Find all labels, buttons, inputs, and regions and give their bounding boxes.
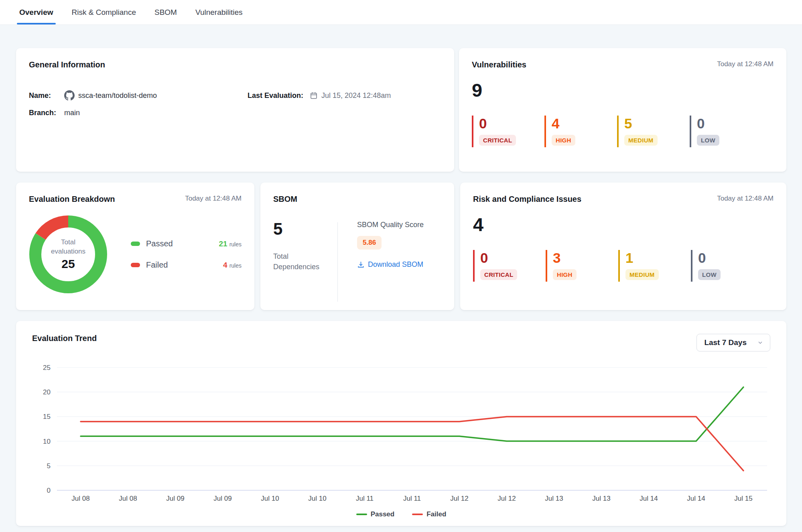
svg-text:Jul 14: Jul 14 bbox=[687, 495, 705, 502]
vulnerabilities-card: Vulnerabilities Today at 12:48 AM 9 0 CR… bbox=[459, 48, 786, 172]
severity-count: 5 bbox=[624, 116, 690, 130]
svg-text:5: 5 bbox=[47, 462, 51, 470]
svg-text:20: 20 bbox=[43, 388, 51, 396]
trend-legend: Passed Failed bbox=[32, 510, 770, 518]
severity-count: 3 bbox=[553, 251, 618, 265]
donut-center-label: Total evaluations bbox=[51, 238, 85, 256]
github-icon bbox=[64, 90, 75, 101]
svg-text:25: 25 bbox=[43, 364, 51, 372]
branch-label: Branch: bbox=[29, 109, 64, 117]
download-icon bbox=[357, 261, 365, 268]
svg-text:Jul 13: Jul 13 bbox=[545, 495, 563, 502]
severity-low: 0 LOW bbox=[690, 116, 762, 147]
svg-text:Jul 11: Jul 11 bbox=[403, 495, 421, 502]
severity-badge: MEDIUM bbox=[624, 135, 658, 146]
timestamp: Today at 12:48 AM bbox=[185, 195, 242, 203]
last-evaluation-row: Last Evaluation: Jul 15, 2024 12:48am bbox=[248, 90, 441, 101]
failed-line-icon bbox=[412, 514, 423, 515]
svg-text:Jul 08: Jul 08 bbox=[119, 495, 137, 502]
svg-text:Jul 10: Jul 10 bbox=[261, 495, 279, 502]
legend-label: Failed bbox=[146, 260, 168, 270]
legend-item-passed[interactable]: Passed bbox=[356, 510, 395, 518]
severity-critical: 0 CRITICAL bbox=[472, 116, 544, 147]
repo-name-value: ssca-team/todolist-demo bbox=[78, 91, 157, 100]
evaluation-breakdown-card: Evaluation Breakdown Today at 12:48 AM T… bbox=[16, 183, 254, 310]
card-title: Risk and Compliance Issues bbox=[473, 195, 581, 204]
severity-badge: LOW bbox=[698, 269, 721, 280]
evaluations-donut-chart: Total evaluations 25 bbox=[29, 215, 108, 294]
severity-count: 0 bbox=[480, 251, 546, 265]
severity-badge: HIGH bbox=[552, 135, 575, 146]
card-title: SBOM bbox=[273, 195, 441, 204]
failed-pill-icon bbox=[131, 263, 140, 267]
severity-count: 1 bbox=[625, 251, 691, 265]
timestamp: Today at 12:48 AM bbox=[717, 60, 774, 68]
total-dependencies-label: Total Dependencies bbox=[273, 251, 337, 272]
general-information-card: General Information Name: ssca-team/todo… bbox=[16, 48, 454, 172]
severity-badge: HIGH bbox=[553, 269, 577, 280]
branch-row: Branch: main bbox=[29, 109, 248, 117]
date-range-dropdown[interactable]: Last 7 Days bbox=[696, 334, 770, 351]
severity-count: 4 bbox=[552, 116, 617, 130]
severity-badge: LOW bbox=[697, 135, 719, 146]
svg-text:Jul 12: Jul 12 bbox=[497, 495, 516, 502]
sbom-quality-score-badge: 5.86 bbox=[357, 236, 382, 250]
vulnerabilities-total: 9 bbox=[472, 81, 774, 99]
severity-badge: MEDIUM bbox=[625, 269, 659, 280]
card-title: Evaluation Trend bbox=[32, 334, 97, 343]
download-sbom-link[interactable]: Download SBOM bbox=[357, 260, 424, 269]
evaluation-trend-chart: 0510152025Jul 08Jul 08Jul 09Jul 09Jul 10… bbox=[32, 362, 770, 505]
card-title: Vulnerabilities bbox=[472, 60, 526, 69]
severity-medium: 5 MEDIUM bbox=[617, 116, 690, 147]
svg-text:Jul 11: Jul 11 bbox=[356, 495, 374, 502]
svg-text:10: 10 bbox=[43, 438, 51, 445]
passed-pill-icon bbox=[131, 242, 140, 246]
timestamp: Today at 12:48 AM bbox=[717, 195, 774, 203]
severity-count: 0 bbox=[698, 251, 763, 265]
unit-label: rules bbox=[229, 262, 242, 269]
severity-badge: CRITICAL bbox=[480, 269, 517, 280]
tab-sbom[interactable]: SBOM bbox=[154, 0, 177, 24]
svg-text:Jul 08: Jul 08 bbox=[71, 495, 89, 502]
legend-passed-row: Passed 21rules bbox=[131, 239, 242, 248]
severity-medium: 1 MEDIUM bbox=[618, 250, 691, 282]
date-range-value: Last 7 Days bbox=[704, 338, 747, 347]
svg-text:0: 0 bbox=[47, 487, 51, 494]
last-evaluation-value: Jul 15, 2024 12:48am bbox=[321, 91, 391, 100]
svg-text:Jul 10: Jul 10 bbox=[308, 495, 326, 502]
calendar-icon bbox=[310, 91, 318, 99]
vertical-divider bbox=[337, 222, 338, 302]
risk-issues-total: 4 bbox=[473, 215, 774, 234]
severity-count: 0 bbox=[479, 116, 544, 130]
severity-badge: CRITICAL bbox=[479, 135, 516, 146]
breakdown-legend: Passed 21rules Failed 4rules bbox=[131, 239, 242, 270]
card-title: Evaluation Breakdown bbox=[29, 195, 115, 204]
page-content: General Information Name: ssca-team/todo… bbox=[0, 25, 802, 526]
passed-line-icon bbox=[356, 514, 367, 515]
tab-bar: Overview Risk & Compliance SBOM Vulnerab… bbox=[0, 0, 802, 25]
severity-high: 3 HIGH bbox=[546, 250, 618, 282]
trend-line-chart-svg: 0510152025Jul 08Jul 08Jul 09Jul 09Jul 10… bbox=[32, 362, 770, 503]
svg-text:Jul 13: Jul 13 bbox=[592, 495, 610, 502]
legend-item-failed[interactable]: Failed bbox=[412, 510, 446, 518]
passed-count: 21 bbox=[219, 240, 227, 248]
name-label: Name: bbox=[29, 91, 64, 100]
severity-critical: 0 CRITICAL bbox=[473, 250, 546, 282]
failed-count: 4 bbox=[223, 261, 227, 269]
unit-label: rules bbox=[229, 241, 242, 248]
repo-name-row: Name: ssca-team/todolist-demo bbox=[29, 90, 248, 101]
branch-value: main bbox=[64, 109, 80, 117]
card-title: General Information bbox=[29, 60, 441, 69]
severity-low: 0 LOW bbox=[691, 250, 763, 282]
tab-overview[interactable]: Overview bbox=[19, 0, 53, 24]
severity-count: 0 bbox=[697, 116, 762, 130]
svg-text:Jul 15: Jul 15 bbox=[734, 495, 752, 502]
last-evaluation-label: Last Evaluation: bbox=[248, 91, 303, 100]
tab-vulnerabilities[interactable]: Vulnerabilities bbox=[195, 0, 243, 24]
total-dependencies-value: 5 bbox=[273, 221, 337, 238]
legend-failed-row: Failed 4rules bbox=[131, 260, 242, 270]
svg-text:Jul 09: Jul 09 bbox=[166, 495, 184, 502]
svg-text:Jul 12: Jul 12 bbox=[450, 495, 468, 502]
tab-risk-compliance[interactable]: Risk & Compliance bbox=[72, 0, 136, 24]
chevron-down-icon bbox=[757, 339, 763, 346]
